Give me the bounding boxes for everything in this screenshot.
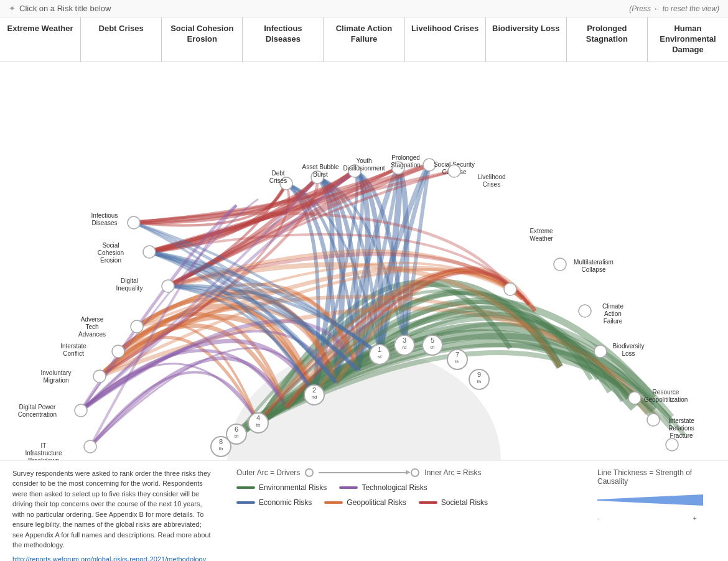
svg-text:1: 1 [378,346,381,353]
svg-text:Asset Bubble: Asset Bubble [302,164,339,170]
svg-text:Resource: Resource [653,389,679,396]
svg-point-45 [143,246,156,258]
svg-text:Failure: Failure [604,318,623,325]
svg-text:Concentration: Concentration [18,411,57,418]
svg-text:Crises: Crises [269,177,287,184]
svg-text:th: th [256,422,261,428]
svg-text:Livelihood: Livelihood [477,174,505,180]
risk-tab-infectious-diseases[interactable]: Infectious Diseases [243,17,324,62]
risk-tab-debt-crises[interactable]: Debt Crises [81,17,162,62]
svg-text:Climate: Climate [602,303,623,310]
geo-swatch [324,501,343,504]
svg-text:rd: rd [402,345,406,350]
thickness-max: + [693,514,697,522]
svg-text:Interstate: Interstate [60,343,86,350]
risk-tab-climate-action[interactable]: Climate Action Failure [324,17,404,62]
svg-text:Infrastructure: Infrastructure [26,450,62,457]
viz-area: 1 st 2 nd 3 rd 4 th 5 th 6 th 7 th 8 th … [0,62,728,460]
svg-text:th: th [431,345,435,350]
svg-text:st: st [378,354,382,359]
svg-text:6: 6 [235,425,238,433]
econ-legend: Economic Risks [236,498,312,507]
env-label: Environmental Risks [259,483,327,492]
svg-text:Conflict: Conflict [63,350,84,357]
svg-text:Interstate: Interstate [668,417,694,424]
thickness-labels: - + [597,514,697,522]
risk-tab-human-env-damage[interactable]: Human Environmental Damage [648,17,728,62]
risk-tab-prolonged-stagnation[interactable]: Prolonged Stagnation [567,17,648,62]
svg-point-49 [162,280,174,292]
arc-arrow-line [319,472,406,473]
svg-text:Diseases: Diseases [91,220,117,226]
outer-arc-circle [305,468,314,477]
svg-text:Biodiversity: Biodiversity [612,343,644,350]
legend-area: Survey respondents were asked to rank or… [0,460,728,561]
svg-text:Social: Social [102,242,119,249]
svg-text:Cohesion: Cohesion [98,249,124,256]
main-chart: 1 st 2 nd 3 rd 4 th 5 th 6 th 7 th 8 th … [0,62,728,460]
svg-text:th: th [219,446,223,452]
svg-text:Involuntary: Involuntary [41,369,72,376]
svg-text:Debt: Debt [271,170,284,177]
arc-legend-row: Outer Arc = Drivers Inner Arc = Risks [236,468,579,477]
tech-label: Technological Risks [362,483,427,492]
svg-point-28 [84,440,96,453]
soc-label: Societal Risks [441,498,488,507]
svg-text:Disillusionment: Disillusionment [343,165,385,172]
svg-text:Digital Power: Digital Power [19,404,57,410]
svg-text:Breakdown: Breakdown [28,457,59,460]
svg-point-52 [128,216,140,229]
geo-legend: Geopolitical Risks [324,498,406,507]
svg-text:Extreme: Extreme [530,228,553,234]
svg-text:Tech: Tech [85,323,98,330]
svg-text:4: 4 [256,414,260,422]
svg-text:Action: Action [604,310,622,317]
risk-tabs: Extreme WeatherDebt CrisesSocial Cohesio… [0,17,728,62]
svg-marker-97 [597,494,703,506]
click-hint: ✦ Click on a Risk title below [9,4,111,13]
svg-text:Crises: Crises [483,181,500,188]
geo-label: Geopolitical Risks [347,498,406,507]
risk-tab-extreme-weather[interactable]: Extreme Weather [0,17,81,62]
svg-point-32 [75,404,87,417]
risk-tab-social-cohesion[interactable]: Social Cohesion Erosion [162,17,243,62]
legend-right: Line Thickness = Strength of Causality -… [591,468,716,561]
svg-text:2: 2 [312,386,316,394]
legend-link[interactable]: http://reports.weforum.org/global-risks-… [12,554,212,561]
svg-text:Loss: Loss [622,350,635,357]
legend-text: Survey respondents were asked to rank or… [12,468,212,550]
outer-arc-label: Outer Arc = Drivers [236,468,300,477]
soc-legend: Societal Risks [419,498,488,507]
svg-text:Youth: Youth [356,157,371,164]
svg-text:IT: IT [41,442,47,449]
svg-text:7: 7 [455,351,459,358]
svg-text:th: th [455,359,460,364]
svg-text:Digital: Digital [121,277,138,284]
svg-text:8: 8 [219,438,223,445]
svg-point-38 [112,345,124,358]
svg-text:Collapse: Collapse [582,266,606,273]
tech-swatch [339,486,358,489]
svg-text:Burst: Burst [313,171,328,178]
color-legend-row-1: Environmental Risks Technological Risks [236,483,579,492]
inner-arc-circle [411,468,419,477]
soc-swatch [419,501,437,504]
svg-point-76 [554,258,566,271]
risk-tab-biodiversity-loss[interactable]: Biodiversity Loss [486,17,567,62]
legend-description: Survey respondents were asked to rank or… [12,468,224,561]
svg-point-79 [579,305,591,317]
svg-point-41 [131,320,143,333]
reset-hint: (Press ← to reset the view) [629,4,719,13]
svg-point-70 [448,165,460,177]
thickness-bar-svg [597,491,703,509]
svg-text:5: 5 [431,336,434,344]
svg-text:Fracture: Fracture [670,432,693,439]
svg-point-86 [628,392,641,404]
svg-text:Prolonged: Prolonged [391,154,420,161]
econ-swatch [236,501,255,504]
risk-tab-livelihood-crises[interactable]: Livelihood Crises [405,17,486,62]
env-legend: Environmental Risks [236,483,327,492]
svg-text:Geopolitilization: Geopolitilization [644,396,688,403]
svg-text:Adverse: Adverse [81,316,104,323]
svg-point-89 [647,414,660,426]
